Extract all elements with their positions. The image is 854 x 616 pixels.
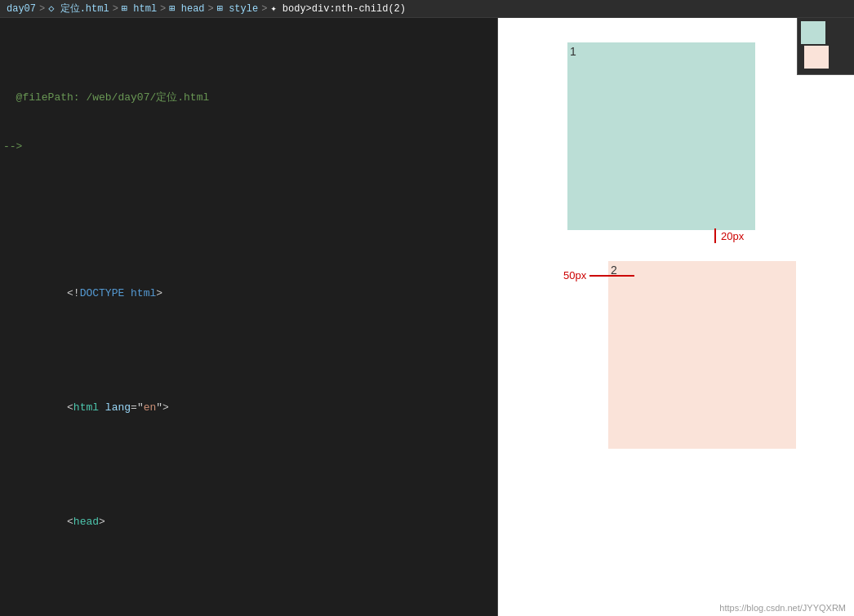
preview-box1 [567,42,755,230]
annotation-top-label: 20px [721,230,744,242]
url-bar: https://blog.csdn.net/JYYQXRM [711,600,854,616]
annotation-left-line [589,275,634,277]
code-line: <!DOCTYPE html> [0,269,497,318]
annotation-left-label: 50px [563,269,586,281]
breadcrumb-head[interactable]: ⊞ head [169,2,204,15]
url-text: https://blog.csdn.net/JYYQXRM [719,603,846,613]
breadcrumb-bar: day07 > ◇ 定位.html > ⊞ html > ⊞ head > ⊞ … [0,0,854,18]
code-editor[interactable]: @filePath: /web/day07/定位.html --> <!DOCT… [0,18,498,616]
line-text [3,188,491,204]
breadcrumb-sep4: > [208,3,214,15]
preview-box1-label: 1 [570,45,576,58]
code-line: <head> [0,498,497,547]
line-text: <meta charset="UTF-8"> [3,612,491,616]
breadcrumb-file[interactable]: ◇ 定位.html [48,2,109,16]
preview-box2 [608,261,796,449]
annotation-left: 50px [563,269,634,281]
code-content: @filePath: /web/day07/定位.html --> <!DOCT… [0,18,497,616]
thumb-box2 [804,46,829,69]
breadcrumb-html[interactable]: ⊞ html [122,2,157,15]
main-area: @filePath: /web/day07/定位.html --> <!DOCT… [0,18,854,616]
thumb-inner [798,18,854,72]
breadcrumb-sep1: > [39,3,45,15]
line-text: <!DOCTYPE html> [3,269,491,318]
preview-panel: 1 20px 2 50px https://blog.csdn.net/JYYQ… [498,18,854,616]
code-line: <meta charset="UTF-8"> [0,612,497,616]
breadcrumb-sep3: > [160,3,166,15]
breadcrumb-sep5: > [261,3,267,15]
breadcrumb-active: ✦ body>div:nth-child(2) [270,2,406,15]
code-line: --> [0,139,497,155]
line-text: <html lang="en"> [3,383,491,432]
breadcrumb-sep2: > [113,3,118,15]
thumb-box1 [801,21,825,44]
line-text: --> [3,139,491,155]
line-text: @filePath: /web/day07/定位.html [3,90,491,106]
code-line [0,188,497,204]
code-line: <html lang="en"> [0,383,497,432]
preview-thumbnail [797,18,854,75]
code-line: @filePath: /web/day07/定位.html [0,90,497,106]
annotation-top: 20px [714,228,744,243]
breadcrumb-style[interactable]: ⊞ style [217,2,258,15]
annotation-top-line [714,228,716,243]
breadcrumb-day07[interactable]: day07 [7,3,36,15]
line-text: <head> [3,498,491,547]
